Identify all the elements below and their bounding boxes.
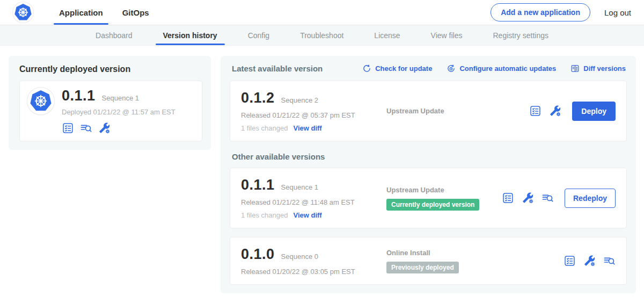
version-number: 0.1.2: [241, 90, 275, 106]
top-navigation-bar: Application GitOps Add a new application…: [0, 0, 644, 25]
edit-config-icon[interactable]: [522, 192, 534, 204]
released-timestamp: Released 01/20/22 @ 03:05 pm EST: [241, 268, 378, 276]
preflight-checks-icon[interactable]: [529, 105, 541, 117]
app-subnav: Dashboard Version history Config Trouble…: [0, 25, 644, 46]
version-row-0-1-1: 0.1.1 Sequence 1 Released 01/21/22 @ 11:…: [230, 168, 627, 228]
diff-versions-label: Diff versions: [583, 64, 626, 73]
sequence-label: Sequence 1: [281, 183, 318, 191]
deploy-logs-icon[interactable]: [603, 255, 616, 267]
redeploy-button[interactable]: Redeploy: [565, 189, 616, 208]
top-tabs: Application GitOps: [49, 0, 159, 25]
preflight-checks-icon[interactable]: [62, 122, 74, 134]
preflight-checks-icon[interactable]: [502, 192, 514, 204]
files-changed-label: 1 files changed: [241, 124, 288, 132]
kubernetes-logo-icon: [14, 4, 32, 21]
app-logo: [13, 0, 33, 25]
tab-view-files[interactable]: View files: [431, 25, 463, 45]
available-versions-panel: Latest available version Check for updat…: [221, 56, 636, 293]
currently-deployed-title: Currently deployed version: [19, 64, 202, 74]
edit-config-icon[interactable]: [98, 122, 111, 134]
sequence-label: Sequence 2: [281, 96, 318, 104]
diff-icon: [570, 64, 580, 73]
version-source-label: Upstream Update: [386, 107, 529, 115]
version-row-0-1-2: 0.1.2 Sequence 2 Released 01/21/22 @ 05:…: [230, 81, 627, 141]
refresh-icon: [362, 64, 371, 73]
deploy-button[interactable]: Deploy: [572, 102, 616, 121]
check-for-update-link[interactable]: Check for update: [362, 64, 432, 73]
configure-automatic-updates-link[interactable]: Configure automatic updates: [447, 64, 556, 73]
released-timestamp: Released 01/21/22 @ 11:48 am EST: [241, 198, 378, 206]
view-diff-link[interactable]: View diff: [293, 124, 321, 132]
tab-registry-settings[interactable]: Registry settings: [493, 25, 548, 45]
currently-deployed-panel: Currently deployed version 0.1.1 Sequenc…: [9, 56, 211, 150]
version-number: 0.1.0: [241, 246, 275, 263]
sequence-label: Sequence 0: [281, 252, 318, 261]
tab-troubleshoot[interactable]: Troubleshoot: [300, 25, 343, 45]
tab-gitops[interactable]: GitOps: [113, 0, 159, 25]
deploy-logs-icon[interactable]: [80, 122, 92, 134]
check-for-update-label: Check for update: [375, 64, 432, 73]
version-number: 0.1.1: [241, 177, 275, 193]
app-icon-circle: [27, 88, 54, 114]
deploy-logs-icon[interactable]: [541, 192, 554, 204]
preflight-checks-icon[interactable]: [564, 255, 576, 267]
deployed-timestamp: Deployed 01/21/22 @ 11:57 am EST: [62, 108, 175, 116]
logout-button[interactable]: Log out: [604, 8, 631, 17]
view-diff-link[interactable]: View diff: [293, 211, 321, 219]
deployed-version-card: 0.1.1 Sequence 1 Deployed 01/21/22 @ 11:…: [19, 81, 202, 141]
tab-config[interactable]: Config: [248, 25, 269, 45]
version-row-0-1-0: 0.1.0 Sequence 0 Released 01/20/22 @ 03:…: [230, 237, 627, 285]
edit-config-icon[interactable]: [549, 105, 561, 117]
released-timestamp: Released 01/21/22 @ 05:37 pm EST: [241, 111, 378, 119]
tab-dashboard[interactable]: Dashboard: [96, 25, 133, 45]
tab-version-history[interactable]: Version history: [163, 25, 217, 45]
schedule-refresh-icon: [447, 64, 456, 73]
files-changed-label: 1 files changed: [241, 211, 288, 219]
other-versions-title: Other available versions: [232, 152, 625, 161]
diff-versions-link[interactable]: Diff versions: [570, 64, 626, 73]
currently-deployed-badge: Currently deployed version: [386, 199, 479, 211]
previously-deployed-badge: Previously deployed: [386, 262, 459, 273]
version-source-label: Online Install: [386, 249, 564, 257]
configure-automatic-updates-label: Configure automatic updates: [459, 64, 556, 73]
deployed-sequence-label: Sequence 1: [102, 94, 139, 102]
tab-license[interactable]: License: [374, 25, 400, 45]
add-new-application-button[interactable]: Add a new application: [491, 3, 590, 21]
edit-config-icon[interactable]: [583, 255, 596, 267]
kubernetes-logo-circle: [13, 2, 33, 23]
latest-available-title: Latest available version: [232, 64, 323, 73]
deployed-version-number: 0.1.1: [62, 88, 96, 104]
version-source-label: Upstream Update: [386, 186, 502, 194]
tab-application[interactable]: Application: [49, 0, 113, 25]
app-kubernetes-icon: [30, 90, 52, 112]
